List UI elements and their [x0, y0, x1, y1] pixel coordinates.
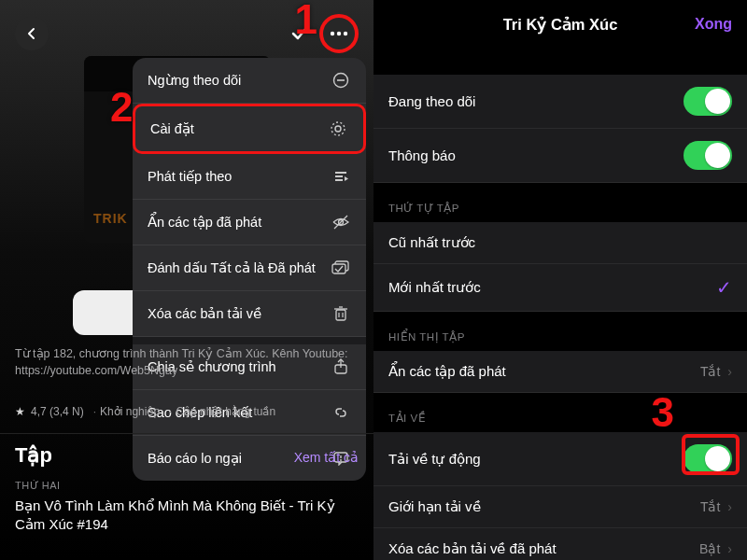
svg-rect-14 — [336, 310, 345, 320]
svg-rect-9 — [335, 179, 343, 181]
show-settings-screen: Tri Kỷ Cảm Xúc Xong Đang theo dõi Thông … — [374, 0, 747, 560]
row-delete-played-downloads[interactable]: Xóa các bản tải về đã phát Bật› — [374, 528, 747, 560]
menu-item-play-next[interactable]: Phát tiếp theo — [133, 154, 366, 200]
ellipsis-icon — [329, 31, 349, 36]
gear-icon — [328, 119, 348, 139]
group-display: HIỂN THỊ TẬP — [374, 312, 747, 351]
episode-weekday: THỨ HAI — [15, 480, 61, 492]
eye-slash-icon — [331, 212, 351, 232]
row-following[interactable]: Đang theo dõi — [374, 75, 747, 129]
row-hide-played[interactable]: Ẩn các tập đã phát Tắt› — [374, 351, 747, 393]
highlight-box-3 — [682, 434, 740, 475]
menu-label: Ngừng theo dõi — [148, 73, 241, 88]
row-label: Thông báo — [388, 147, 456, 163]
artwork-logo-text: TRIK — [93, 211, 128, 226]
group-episode-order: THỨ TỰ TẬP — [374, 183, 747, 222]
menu-item-unfollow[interactable]: Ngừng theo dõi — [133, 58, 366, 104]
see-all-link[interactable]: Xem tất cả — [294, 450, 359, 465]
svg-rect-7 — [335, 172, 346, 174]
category-text: Khởi nghiệp — [90, 405, 160, 418]
star-icon: ★ — [15, 405, 25, 418]
right-header: Tri Kỷ Cảm Xúc Xong — [374, 0, 747, 49]
menu-item-settings[interactable]: Cài đặt — [133, 104, 366, 154]
page-title: Tri Kỷ Cảm Xúc — [503, 16, 618, 34]
menu-label: Phát tiếp theo — [148, 169, 232, 184]
annotation-3: 3 — [652, 389, 674, 436]
menu-item-remove-downloads[interactable]: Xóa các bản tải về — [133, 291, 366, 337]
menu-label: Cài đặt — [150, 121, 194, 136]
notifications-toggle[interactable] — [684, 141, 732, 170]
row-label: Xóa các bản tải về đã phát — [388, 540, 557, 557]
settings-list: Đang theo dõi Thông báo THỨ TỰ TẬP Cũ nh… — [374, 49, 747, 560]
menu-label: Đánh dấu Tất cả là Đã phát — [148, 260, 316, 275]
row-label: Cũ nhất trước — [388, 234, 475, 251]
row-label: Đang theo dõi — [388, 93, 475, 109]
svg-point-1 — [337, 32, 341, 35]
chevron-left-icon — [25, 27, 38, 40]
mark-played-icon — [331, 258, 351, 278]
svg-rect-8 — [335, 175, 343, 177]
group-download: TẢI VỀ — [374, 393, 747, 432]
chevron-right-icon: › — [727, 541, 732, 556]
update-frequency: Cập nhật hằng tuần — [165, 405, 275, 418]
svg-point-5 — [335, 126, 341, 132]
trash-icon — [331, 303, 351, 324]
show-description: Từ tập 182, chương trình thành Tri Kỷ Cả… — [15, 345, 359, 379]
episode-title[interactable]: Bạn Vô Tình Làm Khổ Mình Mà Không Biết -… — [15, 497, 359, 535]
show-meta: ★ 4,7 (3,4 N) Khởi nghiệp Cập nhật hằng … — [15, 405, 275, 418]
podcast-show-screen: 1 TRIK Ngừng theo dõi Cài đặt Phát tiếp … — [0, 0, 374, 560]
row-label: Tải về tự động — [388, 451, 481, 468]
youtube-link[interactable]: https://youtube.com/Web5Ngay — [15, 364, 177, 377]
chevron-right-icon: › — [727, 364, 732, 379]
menu-label: Ẩn các tập đã phát — [148, 215, 261, 230]
checkmark-icon: ✓ — [716, 276, 732, 299]
svg-point-6 — [331, 122, 345, 135]
row-notifications[interactable]: Thông báo — [374, 129, 747, 183]
annotation-1: 1 — [295, 0, 317, 43]
menu-divider — [133, 337, 366, 344]
menu-item-hide-played[interactable]: Ẩn các tập đã phát — [133, 200, 366, 245]
row-oldest-first[interactable]: Cũ nhất trước — [374, 222, 747, 264]
back-button[interactable] — [15, 17, 49, 50]
annotation-2: 2 — [110, 84, 133, 131]
link-icon — [331, 402, 351, 423]
more-button[interactable] — [319, 14, 359, 53]
svg-point-0 — [331, 32, 334, 35]
row-label: Giới hạn tải về — [388, 498, 481, 515]
svg-point-2 — [344, 32, 347, 35]
chevron-right-icon: › — [727, 499, 732, 514]
row-newest-first[interactable]: Mới nhất trước ✓ — [374, 264, 747, 312]
section-title: Tập — [15, 443, 52, 468]
divider — [0, 433, 374, 434]
menu-item-mark-all-played[interactable]: Đánh dấu Tất cả là Đã phát — [133, 245, 366, 291]
rating-text: 4,7 (3,4 N) — [31, 405, 84, 418]
done-button[interactable]: Xong — [695, 16, 732, 33]
menu-label: Xóa các bản tải về — [148, 306, 261, 321]
svg-rect-13 — [332, 264, 345, 273]
episodes-section-header: Tập Xem tất cả — [15, 443, 359, 468]
play-next-icon — [331, 166, 351, 187]
svg-line-11 — [334, 216, 347, 229]
row-download-limit[interactable]: Giới hạn tải về Tắt› — [374, 486, 747, 528]
following-toggle[interactable] — [684, 87, 732, 116]
row-label: Ẩn các tập đã phát — [388, 363, 506, 380]
row-label: Mới nhất trước — [388, 279, 481, 296]
row-auto-download[interactable]: Tải về tự động — [374, 432, 747, 486]
minus-circle-icon — [331, 70, 351, 91]
